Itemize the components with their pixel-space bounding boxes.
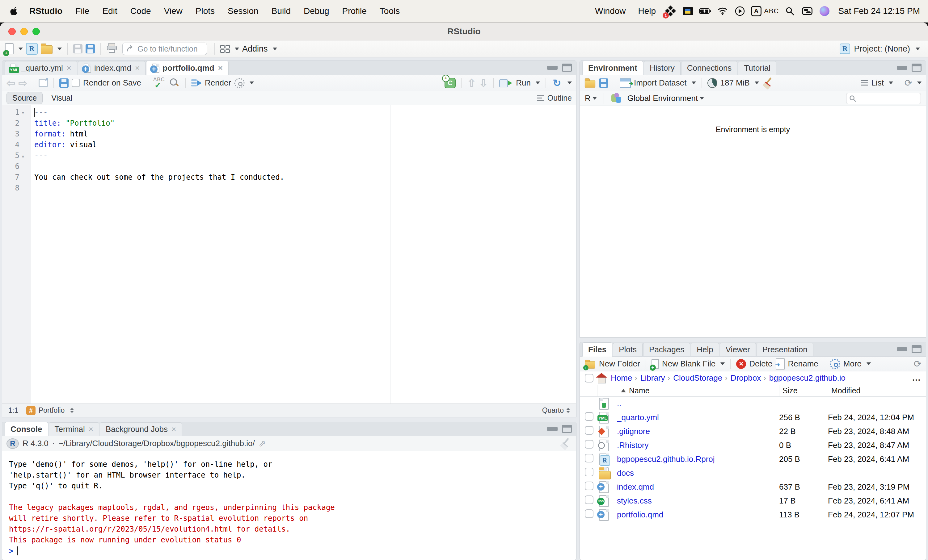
new-blank-file-dropdown[interactable] [720, 362, 725, 365]
clear-console-icon[interactable] [559, 437, 572, 450]
tab-viewer[interactable]: Viewer [720, 343, 756, 356]
code-line[interactable]: 7 You can check out some of the projects… [2, 172, 576, 183]
line-number[interactable]: 6 [2, 161, 31, 172]
apple-menu-icon[interactable] [8, 5, 20, 17]
open-recent-dropdown[interactable] [58, 47, 62, 50]
menubar-item[interactable]: Build [265, 6, 297, 16]
file-name-link[interactable]: portfolio.qmd [617, 510, 779, 520]
maximize-pane-icon[interactable] [562, 64, 572, 72]
file-name-link[interactable]: index.qmd [617, 482, 779, 492]
file-checkbox[interactable] [585, 509, 594, 518]
code-editor[interactable]: 1 --- 2 title: "Portfolio" 3 format: htm… [2, 105, 576, 403]
clear-objects-icon[interactable] [762, 77, 774, 89]
tab-portfolio-qmd[interactable]: portfolio.qmd× [146, 61, 229, 75]
save-button[interactable] [73, 44, 82, 53]
menubar-item[interactable]: Plots [189, 6, 221, 16]
file-name-link[interactable]: .gitignore [617, 427, 779, 436]
menubar-item[interactable]: View [157, 6, 189, 16]
tab-background-jobs[interactable]: Background Jobs× [100, 422, 182, 436]
tab-connections[interactable]: Connections [681, 61, 738, 75]
line-number[interactable]: 5 [2, 150, 31, 161]
file-row[interactable]: _quarto.yml 256 B Feb 24, 2024, 12:04 PM [580, 411, 926, 425]
pane-layout-dropdown[interactable] [235, 47, 239, 50]
tab-packages[interactable]: Packages [643, 343, 690, 356]
import-dataset-dropdown[interactable] [692, 82, 696, 84]
maximize-pane-icon[interactable] [912, 64, 922, 72]
environment-search[interactable] [846, 93, 921, 104]
code-line[interactable]: 1 --- [2, 107, 576, 118]
environment-search-input[interactable] [858, 94, 914, 102]
input-source-menu[interactable]: A ABC [751, 6, 779, 16]
open-file-button[interactable] [41, 46, 52, 54]
code-line[interactable]: 5 --- [2, 150, 576, 161]
close-tab-icon[interactable]: × [171, 425, 176, 434]
menubar-item[interactable]: Debug [297, 6, 336, 16]
tab-tutorial[interactable]: Tutorial [738, 61, 776, 75]
source-document-icon[interactable]: ↻ [551, 78, 563, 88]
file-row[interactable]: index.qmd 637 B Feb 23, 2024, 3:19 PM [580, 480, 926, 494]
spellcheck-icon[interactable]: ABC✓ [153, 77, 166, 89]
menubar-clock[interactable]: Sat Feb 24 12:15 PM [836, 6, 920, 16]
refresh-icon[interactable]: ⟳ [905, 78, 912, 88]
close-tab-icon[interactable]: × [67, 63, 71, 73]
menubar-item-window[interactable]: Window [591, 6, 630, 16]
source-mode-toggle[interactable]: Source [6, 92, 43, 104]
window-titlebar[interactable]: RStudio [0, 23, 928, 40]
tab-presentation[interactable]: Presentation [757, 343, 814, 356]
line-number[interactable]: 8 [2, 183, 31, 193]
scope-selector[interactable]: Global Environment [627, 94, 704, 103]
save-workspace-icon[interactable] [599, 78, 608, 88]
more-button[interactable]: More [843, 359, 862, 368]
render-on-save-checkbox[interactable] [72, 79, 80, 87]
wifi-icon[interactable] [716, 5, 729, 17]
insert-chunk-icon[interactable]: C [444, 78, 456, 88]
file-checkbox[interactable] [585, 496, 594, 504]
column-header-size[interactable]: Size [779, 385, 828, 396]
menubar-item[interactable]: RStudio [23, 6, 69, 16]
run-button[interactable]: Run [516, 78, 531, 88]
breadcrumb-item[interactable]: Dropbox [723, 373, 762, 383]
list-view-dropdown[interactable] [889, 82, 893, 84]
console-output[interactable]: Type 'demo()' for some demos, 'help()' f… [2, 451, 576, 560]
home-icon[interactable] [596, 373, 607, 383]
file-checkbox[interactable] [585, 426, 594, 435]
minimize-pane-icon[interactable] [897, 66, 907, 70]
breadcrumb-item[interactable]: Library [633, 373, 666, 383]
load-workspace-icon[interactable] [585, 80, 595, 88]
run-dropdown[interactable] [536, 82, 540, 84]
spotlight-search-icon[interactable] [784, 5, 796, 17]
tab-history[interactable]: History [644, 61, 681, 75]
breadcrumb-ellipsis[interactable]: ... [912, 373, 921, 383]
column-header-modified[interactable]: Modified [828, 385, 925, 396]
tab-help[interactable]: Help [691, 343, 719, 356]
code-line[interactable]: 3 format: html [2, 129, 576, 140]
minimize-pane-icon[interactable] [547, 427, 558, 431]
memory-dropdown[interactable] [755, 82, 759, 84]
language-selector[interactable]: R [585, 94, 597, 103]
render-settings-dropdown[interactable] [250, 82, 254, 84]
rename-button[interactable]: Rename [788, 359, 818, 368]
file-name-link[interactable]: _quarto.yml [617, 413, 779, 422]
file-row[interactable]: bgpopescu2.github.io.Rproj 205 B Feb 23,… [580, 452, 926, 466]
tab-files[interactable]: Files [582, 342, 612, 356]
line-number[interactable]: 3 [2, 129, 31, 140]
import-dataset-button[interactable]: Import Dataset [634, 78, 687, 88]
print-icon[interactable] [106, 43, 118, 55]
new-project-button[interactable]: R [26, 43, 38, 55]
file-row[interactable]: styles.css 17 B Feb 23, 2024, 6:41 AM [580, 494, 926, 508]
back-icon[interactable]: ⇦ [6, 77, 15, 89]
new-file-button[interactable]: + [5, 43, 14, 54]
display-flag-icon[interactable] [682, 5, 694, 17]
menubar-item[interactable]: File [69, 6, 96, 16]
file-row[interactable]: .. [580, 397, 926, 411]
minimize-pane-icon[interactable] [897, 347, 907, 351]
run-next-chunk-icon[interactable]: ⇩ [479, 77, 488, 89]
code-line[interactable]: 6 [2, 161, 576, 172]
file-row[interactable]: portfolio.qmd 113 B Feb 24, 2024, 12:07 … [580, 508, 926, 522]
menubar-item-help[interactable]: Help [635, 6, 660, 16]
tab-plots[interactable]: Plots [613, 343, 643, 356]
tab-environment[interactable]: Environment [582, 61, 643, 75]
file-row[interactable]: .gitignore 22 B Feb 23, 2024, 8:48 AM [580, 425, 926, 438]
pane-layout-icon[interactable] [220, 45, 230, 53]
file-checkbox[interactable] [585, 482, 594, 490]
